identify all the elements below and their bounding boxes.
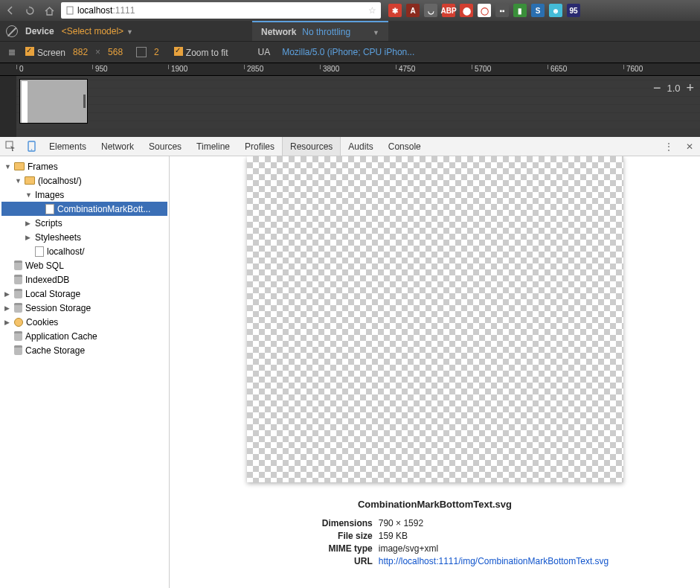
device-model-select[interactable]: <Select model>▼ bbox=[62, 26, 133, 36]
disclosure-arrow-icon[interactable] bbox=[25, 220, 32, 227]
rotate-icon[interactable] bbox=[136, 47, 147, 57]
disclosure-arrow-icon[interactable] bbox=[25, 191, 32, 199]
settings-icon[interactable]: ≣ bbox=[6, 47, 18, 57]
inspect-element-icon[interactable] bbox=[0, 137, 21, 156]
tree-item[interactable]: Web SQL bbox=[1, 258, 167, 272]
zoom-to-fit-checkbox[interactable]: Zoom to fit bbox=[174, 47, 228, 58]
meta-filesize: 159 KB bbox=[379, 530, 408, 543]
tree-item[interactable]: Images bbox=[1, 188, 167, 202]
screen-height-input[interactable]: 568 bbox=[108, 47, 123, 57]
home-button[interactable] bbox=[42, 3, 57, 18]
url-host: localhost:1111 bbox=[77, 5, 135, 16]
throttling-select[interactable]: No throttling▼ bbox=[302, 27, 379, 37]
disclosure-arrow-icon[interactable] bbox=[4, 304, 11, 312]
tree-item-label: Local Storage bbox=[25, 289, 80, 299]
tab-network[interactable]: Network bbox=[94, 137, 141, 156]
tree-item[interactable]: Local Storage bbox=[1, 287, 167, 301]
ruler-vertical bbox=[0, 76, 16, 137]
tree-item-label: Scripts bbox=[35, 218, 62, 229]
toggle-device-mode-icon[interactable] bbox=[21, 137, 42, 156]
device-toolbar: Device <Select model>▼ Network No thrott… bbox=[0, 21, 700, 63]
folder-icon bbox=[14, 162, 25, 170]
tree-item-label: localhost/ bbox=[47, 246, 85, 257]
db-icon bbox=[14, 303, 22, 313]
tree-item[interactable]: Session Storage bbox=[1, 301, 167, 315]
tree-item[interactable]: (localhost/) bbox=[1, 173, 167, 188]
disclosure-arrow-icon[interactable] bbox=[15, 177, 22, 185]
tab-audits[interactable]: Audits bbox=[341, 137, 380, 156]
devtools-menu-icon[interactable]: ⋮ bbox=[658, 137, 679, 156]
dpr-input[interactable]: 2 bbox=[154, 47, 159, 57]
page-preview[interactable] bbox=[19, 79, 88, 124]
disclosure-arrow-icon[interactable] bbox=[4, 163, 11, 170]
svg-rect-0 bbox=[67, 7, 73, 14]
extension-icon[interactable]: 95 bbox=[567, 4, 580, 17]
tree-item[interactable]: Cookies bbox=[1, 315, 167, 329]
extension-icon[interactable]: ▪▪ bbox=[495, 4, 509, 17]
extension-icon[interactable]: A bbox=[406, 4, 420, 17]
zoom-out-button[interactable]: − bbox=[653, 80, 661, 96]
extension-icon[interactable]: ◡ bbox=[424, 4, 437, 17]
resource-content: CombinationMarkBottomText.svg Dimensions… bbox=[170, 156, 700, 588]
tree-item-label: Cache Storage bbox=[25, 345, 85, 356]
tab-resources[interactable]: Resources bbox=[282, 137, 341, 156]
tab-profiles[interactable]: Profiles bbox=[237, 137, 282, 156]
meta-mime: image/svg+xml bbox=[379, 543, 438, 555]
extension-icon[interactable]: ✱ bbox=[388, 4, 402, 17]
extension-icon[interactable]: ⬤ bbox=[460, 4, 473, 17]
tree-item-label: Application Cache bbox=[25, 331, 97, 342]
tree-item[interactable]: Frames bbox=[1, 159, 167, 173]
bookmark-star-icon[interactable]: ☆ bbox=[368, 5, 376, 16]
extension-icon[interactable]: ▮ bbox=[513, 4, 527, 17]
tab-timeline[interactable]: Timeline bbox=[189, 137, 237, 156]
tree-item[interactable]: Cache Storage bbox=[1, 343, 167, 357]
ruler-tick: 0 bbox=[16, 65, 24, 69]
resource-metadata: CombinationMarkBottomText.svg Dimensions… bbox=[261, 499, 609, 568]
tree-item[interactable]: localhost/ bbox=[1, 244, 167, 258]
zoom-in-button[interactable]: + bbox=[686, 80, 694, 96]
cookie-icon bbox=[14, 318, 23, 327]
disable-emulation-icon[interactable] bbox=[6, 25, 18, 37]
reload-button[interactable] bbox=[22, 3, 37, 18]
db-icon bbox=[14, 261, 22, 270]
tab-console[interactable]: Console bbox=[381, 137, 428, 156]
db-icon bbox=[14, 345, 22, 355]
tree-item-label: Cookies bbox=[26, 317, 58, 327]
tree-item[interactable]: Application Cache bbox=[1, 329, 167, 343]
tree-item[interactable]: IndexedDB bbox=[1, 272, 167, 287]
db-icon bbox=[14, 275, 22, 284]
tree-item-label: Web SQL bbox=[25, 261, 64, 271]
meta-url-link[interactable]: http://localhost:1111/img/CombinationMar… bbox=[379, 555, 609, 568]
page-icon bbox=[65, 6, 74, 15]
disclosure-arrow-icon[interactable] bbox=[4, 290, 11, 298]
devtools-close-icon[interactable]: ✕ bbox=[679, 137, 700, 156]
tree-item-label: IndexedDB bbox=[25, 275, 69, 285]
ruler-tick: 1900 bbox=[168, 65, 187, 69]
file-icon bbox=[45, 204, 54, 214]
resources-sidebar[interactable]: Frames(localhost/)ImagesCombinationMarkB… bbox=[0, 156, 170, 588]
disclosure-arrow-icon[interactable] bbox=[4, 319, 11, 326]
viewport-canvas[interactable]: − 1.0 + bbox=[0, 76, 700, 137]
extension-icon[interactable]: ☻ bbox=[549, 4, 562, 17]
screen-width-input[interactable]: 882 bbox=[73, 47, 88, 57]
tab-sources[interactable]: Sources bbox=[141, 137, 189, 156]
address-bar[interactable]: localhost:1111 ☆ bbox=[61, 2, 381, 19]
meta-dimensions: 790 × 1592 bbox=[379, 517, 423, 530]
extension-icon[interactable]: ◯ bbox=[478, 4, 491, 17]
disclosure-arrow-icon[interactable] bbox=[25, 234, 32, 241]
ruler-tick: 6650 bbox=[548, 65, 567, 69]
extension-icon[interactable]: S bbox=[531, 4, 545, 17]
tree-item[interactable]: Stylesheets bbox=[1, 230, 167, 244]
ua-input[interactable]: Mozilla/5.0 (iPhone; CPU iPhon... bbox=[282, 47, 414, 57]
device-label: Device bbox=[25, 26, 54, 36]
tab-elements[interactable]: Elements bbox=[42, 137, 94, 156]
screen-checkbox[interactable]: Screen bbox=[25, 47, 65, 58]
folder-icon bbox=[25, 176, 35, 185]
tree-item[interactable]: Scripts bbox=[1, 216, 167, 230]
ua-label: UA bbox=[257, 47, 270, 57]
tree-item-label: Images bbox=[35, 190, 64, 200]
extension-icon[interactable]: ABP bbox=[442, 4, 455, 17]
ruler-horizontal: 09501900285038004750570066507600 bbox=[0, 63, 700, 76]
back-button[interactable] bbox=[3, 3, 18, 18]
tree-item[interactable]: CombinationMarkBott... bbox=[1, 202, 167, 216]
